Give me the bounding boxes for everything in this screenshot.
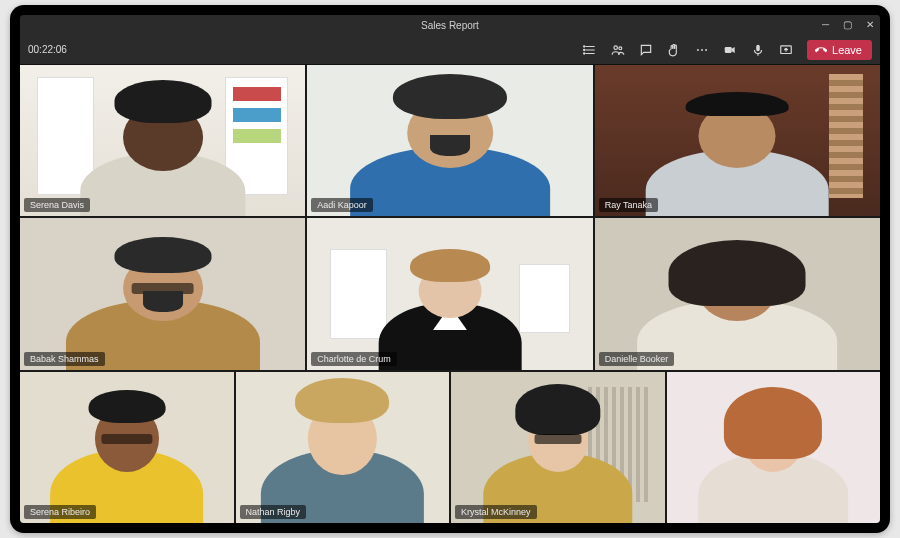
participant-tile[interactable]: Babak Shammas [20,218,305,369]
participant-tile[interactable]: Aadi Kapoor [307,65,592,216]
participant-name: Babak Shammas [24,352,105,366]
video-feed [595,218,880,369]
call-duration: 00:22:06 [28,44,67,55]
minimize-icon[interactable]: ─ [822,20,829,30]
maximize-icon[interactable]: ▢ [843,20,852,30]
video-grid: Serena Davis Aadi Kapoor Ray T [20,65,880,523]
participant-tile[interactable] [667,372,881,523]
video-feed [20,65,305,216]
participant-tile[interactable]: Serena Ribeiro [20,372,234,523]
microphone-icon[interactable] [751,43,765,57]
video-feed [20,372,234,523]
device-frame: Sales Report ─ ▢ ✕ 00:22:06 [10,5,890,533]
participant-tile[interactable]: Krystal McKinney [451,372,665,523]
video-feed [307,218,592,369]
svg-point-7 [619,46,622,49]
svg-point-8 [697,49,699,51]
svg-point-9 [701,49,703,51]
svg-rect-12 [756,44,760,50]
video-feed [451,372,665,523]
participant-name: Krystal McKinney [455,505,537,519]
raise-hand-icon[interactable] [667,43,681,57]
close-icon[interactable]: ✕ [866,20,874,30]
meeting-title: Sales Report [421,20,479,31]
svg-point-6 [614,45,618,49]
video-feed [595,65,880,216]
video-feed [667,372,881,523]
camera-icon[interactable] [723,43,737,57]
participant-name: Nathan Rigby [240,505,307,519]
participant-name: Serena Ribeiro [24,505,96,519]
video-feed [307,65,592,216]
video-feed [20,218,305,369]
meeting-toolbar: 00:22:06 [20,35,880,65]
more-actions-icon[interactable] [695,43,709,57]
video-feed [236,372,450,523]
people-icon[interactable] [611,43,625,57]
svg-rect-11 [725,47,732,53]
participant-name: Serena Davis [24,198,90,212]
svg-point-5 [584,52,585,53]
title-bar: Sales Report ─ ▢ ✕ [20,15,880,35]
svg-point-10 [705,49,707,51]
svg-point-3 [584,45,585,46]
participant-tile[interactable]: Nathan Rigby [236,372,450,523]
toolbar-actions: Leave [583,40,872,60]
participant-name: Aadi Kapoor [311,198,373,212]
participants-list-icon[interactable] [583,43,597,57]
participant-tile[interactable]: Serena Davis [20,65,305,216]
participant-name: Charlotte de Crum [311,352,397,366]
leave-button[interactable]: Leave [807,40,872,60]
participant-tile[interactable]: Danielle Booker [595,218,880,369]
share-screen-icon[interactable] [779,43,793,57]
window-controls: ─ ▢ ✕ [822,15,874,35]
participant-name: Danielle Booker [599,352,675,366]
leave-button-label: Leave [832,44,862,56]
participant-name: Ray Tanaka [599,198,658,212]
app-window: Sales Report ─ ▢ ✕ 00:22:06 [20,15,880,523]
participant-tile[interactable]: Charlotte de Crum [307,218,592,369]
chat-icon[interactable] [639,43,653,57]
svg-point-4 [584,49,585,50]
participant-tile[interactable]: Ray Tanaka [595,65,880,216]
